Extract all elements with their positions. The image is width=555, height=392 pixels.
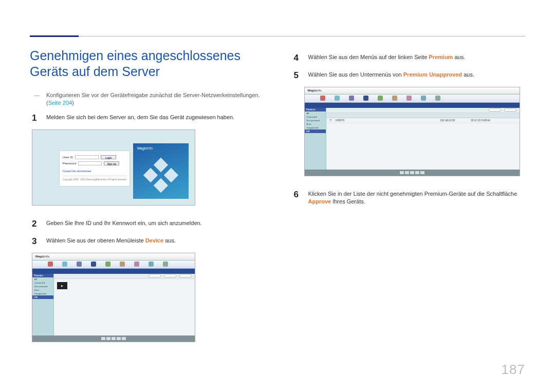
- step-number: 6: [294, 189, 301, 201]
- device-thumbnail[interactable]: [57, 282, 67, 289]
- nav-icon-device[interactable]: [91, 262, 96, 267]
- toolbar-chip[interactable]: [489, 108, 501, 111]
- app-titlebar: MagicInfo: [305, 87, 520, 95]
- step-1: 1 Melden Sie sich bei dem Server an, dem…: [32, 112, 264, 124]
- nav-icon[interactable]: [134, 262, 139, 267]
- nav-icon[interactable]: [320, 96, 325, 101]
- pager-btn[interactable]: [122, 337, 126, 340]
- sidebar-item[interactable]: Error: [32, 288, 53, 292]
- nav-icon[interactable]: [406, 96, 412, 101]
- svg-rect-2: [164, 168, 178, 182]
- screenshot-device-grid: MagicInfo Premium All Conn: [32, 253, 195, 342]
- header-accent: [30, 35, 79, 37]
- sidebar-item[interactable]: Connected: [32, 281, 53, 285]
- sidebar-header-lite[interactable]: Lite: [32, 295, 53, 299]
- step-body: Geben Sie Ihre ID und Ihr Kennwort ein, …: [46, 218, 264, 227]
- page-link[interactable]: Seite 204: [48, 100, 72, 106]
- app-footer: [32, 335, 195, 342]
- step-number: 5: [294, 69, 301, 82]
- app-sidebar: Premium All Connected Disconnected Error…: [32, 274, 54, 335]
- app-main-area: ☐ 1000079 192.168.10.50 00:1C:23:74:85:6…: [326, 108, 520, 170]
- step-body: Wählen Sie aus den Untermenüs von Premiu…: [308, 69, 526, 79]
- pager-btn[interactable]: [420, 171, 424, 174]
- nav-icon-device[interactable]: [363, 96, 368, 101]
- nav-icon[interactable]: [163, 262, 168, 267]
- row-ip: 192.168.10.50: [437, 119, 468, 122]
- nav-icon[interactable]: [435, 96, 440, 101]
- nav-icon[interactable]: [378, 96, 383, 101]
- nav-icon[interactable]: [105, 262, 110, 267]
- pager-btn[interactable]: [101, 337, 105, 340]
- step-body: Wählen Sie aus den Menüs auf der linken …: [308, 52, 526, 61]
- step-3: 3 Wählen Sie aus der oberen Menüleiste D…: [32, 235, 264, 248]
- pager-btn[interactable]: [117, 337, 121, 340]
- step-5: 5 Wählen Sie aus den Untermenüs von Prem…: [294, 69, 526, 82]
- nav-icon[interactable]: [48, 262, 53, 267]
- row-mac: 00:1C:23:74:85:6A: [468, 119, 494, 122]
- row-name: 1000079: [332, 119, 437, 122]
- step-2: 2 Geben Sie Ihre ID und Ihr Kennwort ein…: [32, 218, 264, 230]
- login-brand-panel: MagicInfo: [133, 143, 189, 199]
- toolbar-chip[interactable]: [504, 108, 516, 111]
- table-row[interactable]: ☐ 1000079 192.168.10.50 00:1C:23:74:85:6…: [326, 118, 520, 123]
- app-subnav: [32, 269, 195, 274]
- step-number: 2: [32, 218, 39, 230]
- toolbar-chip[interactable]: [179, 274, 192, 277]
- nav-icon[interactable]: [120, 262, 125, 267]
- pager-btn[interactable]: [112, 337, 116, 340]
- right-column: 4 Wählen Sie aus den Menüs auf der linke…: [292, 48, 526, 354]
- nav-icon[interactable]: [349, 96, 354, 101]
- toolbar-chip[interactable]: [164, 274, 176, 277]
- user-id-label: User ID: [63, 156, 73, 159]
- nav-icon[interactable]: [77, 262, 82, 267]
- main-toolbar: [326, 108, 520, 113]
- sidebar-item[interactable]: All: [32, 277, 53, 281]
- page-number: 187: [502, 362, 525, 378]
- nav-icon[interactable]: [421, 96, 426, 101]
- sidebar-header-premium[interactable]: Premium: [32, 274, 53, 277]
- pager-btn[interactable]: [405, 171, 409, 174]
- sidebar-header-lite[interactable]: Lite: [305, 129, 326, 133]
- step-number: 1: [32, 112, 39, 124]
- sidebar-item[interactable]: Error: [305, 122, 326, 126]
- login-button[interactable]: Login: [101, 155, 116, 159]
- main-toolbar: [54, 274, 195, 279]
- step-number: 4: [294, 52, 301, 64]
- svg-rect-0: [154, 158, 168, 172]
- sidebar-item[interactable]: Disconnected: [32, 285, 53, 288]
- left-column: Genehmigen eines angeschlossenes Geräts …: [30, 48, 264, 354]
- sidebar-item[interactable]: Disconnected: [305, 119, 326, 122]
- diamond-icon: [142, 157, 179, 194]
- pager-btn[interactable]: [415, 171, 419, 174]
- premium-highlight: Premium: [429, 54, 453, 60]
- sidebar-item-unapproved[interactable]: Unapproved: [305, 126, 326, 129]
- pager-btn[interactable]: [410, 171, 414, 174]
- sidebar-item[interactable]: Connected: [305, 115, 326, 119]
- nav-icon[interactable]: [149, 262, 154, 267]
- nav-icon[interactable]: [335, 96, 340, 101]
- header-rule: [30, 36, 525, 36]
- nav-icon[interactable]: [62, 262, 67, 267]
- pager-btn[interactable]: [400, 171, 404, 174]
- svg-rect-3: [154, 178, 168, 193]
- nav-icon[interactable]: [392, 96, 397, 101]
- password-input[interactable]: [78, 161, 102, 165]
- copyright-text: Copyright 2009 - 2012 SamsungElectronics…: [63, 178, 126, 181]
- approve-highlight: Approve: [308, 198, 331, 204]
- app-top-nav: [32, 260, 195, 269]
- contact-admin-link[interactable]: Contact the administrator: [63, 170, 126, 173]
- pager-btn[interactable]: [106, 337, 110, 340]
- step-4: 4 Wählen Sie aus den Menüs auf der linke…: [294, 52, 526, 64]
- sidebar-header-premium[interactable]: Premium: [305, 108, 326, 111]
- premium-unapproved-highlight: Premium Unapproved: [403, 71, 462, 78]
- signup-button[interactable]: Sign Up: [104, 161, 119, 165]
- brand-a: Magic: [137, 146, 147, 150]
- password-label: Password: [63, 162, 76, 165]
- user-id-input[interactable]: [75, 155, 99, 159]
- sidebar-item[interactable]: All: [305, 111, 326, 115]
- screenshot-unapproved-list: MagicInfo Premium All Conn: [304, 87, 520, 176]
- precondition-text: Konfigurieren Sie vor der Gerätefreigabe…: [46, 92, 260, 106]
- sidebar-item-unapproved[interactable]: Unapproved: [32, 292, 53, 295]
- toolbar-chip[interactable]: [149, 274, 161, 277]
- step-body: Wählen Sie aus der oberen Menüleiste Dev…: [46, 235, 264, 245]
